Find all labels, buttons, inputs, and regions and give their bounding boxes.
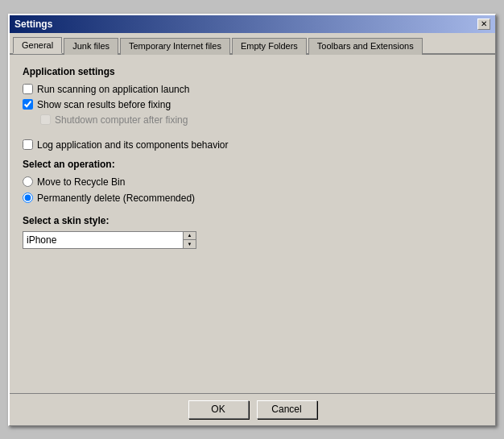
- skin-title: Select a skin style:: [23, 215, 482, 226]
- spin-up-button[interactable]: ▲: [184, 232, 196, 241]
- footer: OK Cancel: [10, 393, 495, 425]
- spin-down-button[interactable]: ▼: [184, 240, 196, 248]
- permanently-delete-label: Permanently delete (Recommended): [37, 193, 195, 204]
- run-scanning-label: Run scanning on application launch: [37, 84, 189, 95]
- settings-window: Settings ✕ General Junk files Temporary …: [8, 14, 496, 426]
- tab-temp-internet[interactable]: Temporary Internet files: [120, 38, 230, 55]
- log-checkbox[interactable]: [23, 139, 33, 150]
- permanently-delete-radio[interactable]: [23, 193, 33, 203]
- window-title: Settings: [14, 19, 52, 30]
- tab-empty-folders[interactable]: Empty Folders: [232, 38, 307, 55]
- cancel-button[interactable]: Cancel: [257, 400, 317, 419]
- move-recycle-radio[interactable]: [23, 176, 33, 187]
- move-recycle-label: Move to Recycle Bin: [37, 176, 125, 188]
- tab-junk-files[interactable]: Junk files: [64, 38, 118, 55]
- operation-section: Select an operation: Move to Recycle Bin…: [23, 159, 482, 204]
- move-recycle-row: Move to Recycle Bin: [23, 176, 482, 188]
- shutdown-checkbox[interactable]: [40, 114, 51, 125]
- operation-title: Select an operation:: [23, 159, 482, 170]
- content-area: Application settings Run scanning on app…: [10, 55, 495, 393]
- title-bar: Settings ✕: [10, 15, 495, 33]
- shutdown-label: Shutdown computer after fixing: [55, 114, 188, 126]
- skin-section: Select a skin style: iPhone Default Clas…: [23, 215, 482, 249]
- tab-bar: General Junk files Temporary Internet fi…: [10, 33, 495, 55]
- log-label: Log application and its components behav…: [37, 139, 229, 151]
- run-scanning-row: Run scanning on application launch: [23, 84, 482, 95]
- spin-buttons: ▲ ▼: [184, 231, 196, 249]
- show-scan-results-checkbox[interactable]: [23, 99, 33, 110]
- log-row: Log application and its components behav…: [23, 139, 482, 151]
- run-scanning-checkbox[interactable]: [23, 84, 33, 94]
- show-scan-results-label: Show scan results before fixing: [37, 99, 171, 110]
- permanently-delete-row: Permanently delete (Recommended): [23, 193, 482, 204]
- tab-general[interactable]: General: [13, 37, 62, 54]
- tab-toolbars[interactable]: Toolbars and Extensions: [308, 38, 423, 55]
- close-button[interactable]: ✕: [477, 19, 490, 30]
- ok-button[interactable]: OK: [188, 400, 249, 419]
- app-settings-title: Application settings: [23, 66, 482, 77]
- show-scan-results-row: Show scan results before fixing: [23, 99, 482, 110]
- shutdown-row: Shutdown computer after fixing: [23, 114, 482, 126]
- skin-select[interactable]: iPhone Default Classic Dark: [23, 231, 184, 249]
- skin-dropdown-wrap: iPhone Default Classic Dark ▲ ▼: [23, 231, 482, 249]
